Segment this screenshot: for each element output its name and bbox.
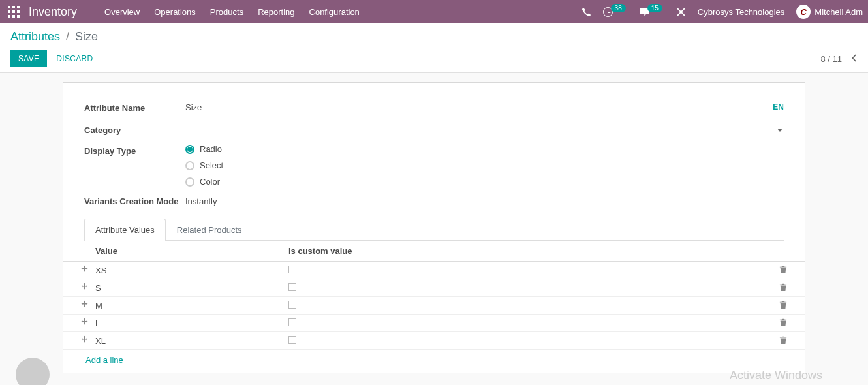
table-row[interactable]: L	[63, 315, 805, 332]
radio-label: Color	[200, 177, 220, 187]
nav-products[interactable]: Products	[210, 7, 243, 17]
checkbox[interactable]	[288, 301, 296, 309]
apps-icon[interactable]	[8, 6, 20, 18]
cell-value[interactable]: XL	[95, 336, 288, 346]
cell-custom	[288, 301, 771, 311]
category-select[interactable]	[185, 123, 784, 136]
radio-option-select[interactable]: Select	[185, 161, 784, 170]
checkbox[interactable]	[288, 318, 296, 326]
messages-icon[interactable]: 15	[640, 7, 664, 17]
label-display-type: Display Type	[84, 144, 185, 156]
cell-custom	[288, 336, 771, 346]
delete-icon[interactable]	[771, 318, 795, 329]
add-line-link[interactable]: Add a line	[63, 350, 805, 373]
table-row[interactable]: S	[63, 279, 805, 297]
cell-value[interactable]: M	[95, 301, 288, 311]
topbar: Inventory Overview Operations Products R…	[0, 0, 868, 23]
activity-icon[interactable]: 38	[603, 7, 628, 17]
svg-rect-5	[17, 10, 20, 13]
col-header-value[interactable]: Value	[95, 246, 288, 256]
svg-rect-6	[8, 15, 10, 18]
user-menu[interactable]: C Mitchell Adm	[796, 5, 863, 19]
chevron-left-icon[interactable]	[851, 54, 858, 65]
radio-label: Select	[200, 161, 223, 170]
nav-menu: Overview Operations Products Reporting C…	[104, 7, 360, 17]
nav-reporting[interactable]: Reporting	[258, 7, 294, 17]
tab-attribute-values[interactable]: Attribute Values	[84, 219, 166, 241]
table-row[interactable]: M	[63, 297, 805, 315]
radio-dot-icon	[185, 145, 194, 154]
svg-rect-2	[17, 6, 20, 8]
label-attribute-name: Attribute Name	[84, 101, 185, 113]
drag-handle-icon[interactable]	[73, 265, 95, 275]
svg-rect-7	[12, 15, 15, 18]
checkbox[interactable]	[288, 336, 296, 344]
control-bar: Attributes / Size SAVE DISCARD 8 / 11	[0, 23, 868, 73]
label-category: Category	[84, 123, 185, 135]
nav-configuration[interactable]: Configuration	[309, 7, 360, 17]
delete-icon[interactable]	[771, 283, 795, 294]
radio-option-color[interactable]: Color	[185, 177, 784, 187]
nav-operations[interactable]: Operations	[154, 7, 196, 17]
radio-dot-icon	[185, 161, 194, 170]
cell-value[interactable]: S	[95, 283, 288, 293]
col-header-custom[interactable]: Is custom value	[288, 246, 771, 256]
close-icon[interactable]	[676, 7, 686, 17]
table-row[interactable]: XL	[63, 332, 805, 350]
cell-custom	[288, 318, 771, 328]
avatar: C	[796, 5, 811, 19]
drag-handle-icon[interactable]	[73, 318, 95, 328]
checkbox[interactable]	[288, 283, 296, 291]
breadcrumb: Attributes / Size	[10, 30, 858, 44]
user-name: Mitchell Adm	[814, 7, 863, 17]
phone-icon[interactable]	[581, 7, 591, 17]
table-header: Value Is custom value	[63, 241, 805, 262]
delete-icon[interactable]	[771, 300, 795, 311]
attribute-name-input[interactable]	[185, 101, 784, 116]
breadcrumb-separator: /	[66, 30, 69, 43]
delete-icon[interactable]	[771, 335, 795, 346]
drag-handle-icon[interactable]	[73, 300, 95, 311]
breadcrumb-parent[interactable]: Attributes	[10, 30, 60, 43]
table-row[interactable]: XS	[63, 262, 805, 279]
delete-icon[interactable]	[771, 265, 795, 276]
discard-button[interactable]: DISCARD	[56, 54, 93, 63]
cell-value[interactable]: XS	[95, 266, 288, 275]
breadcrumb-current: Size	[75, 30, 98, 43]
activity-badge: 38	[611, 4, 626, 12]
checkbox[interactable]	[288, 266, 296, 273]
lang-tag[interactable]: EN	[773, 102, 784, 112]
company-name[interactable]: Cybrosys Technologies	[698, 7, 784, 17]
drag-handle-icon[interactable]	[73, 283, 95, 293]
pager: 8 / 11	[820, 54, 858, 65]
svg-rect-3	[8, 10, 10, 13]
tab-related-products[interactable]: Related Products	[166, 219, 253, 241]
svg-rect-4	[12, 10, 15, 13]
cell-value[interactable]: L	[95, 318, 288, 328]
cell-custom	[288, 266, 771, 275]
svg-rect-8	[17, 15, 20, 18]
variants-mode-value: Instantly	[185, 194, 784, 206]
radio-option-radio[interactable]: Radio	[185, 144, 784, 154]
radio-dot-icon	[185, 177, 194, 187]
drag-handle-icon[interactable]	[73, 335, 95, 346]
form-sheet: Attribute Name EN Category Display Type	[63, 82, 805, 373]
messages-badge: 15	[647, 4, 662, 12]
radio-label: Radio	[200, 144, 222, 154]
app-title[interactable]: Inventory	[29, 5, 77, 19]
pager-position: 8 / 11	[820, 54, 842, 64]
svg-rect-0	[8, 6, 10, 8]
label-variants-mode: Variants Creation Mode	[84, 194, 185, 206]
cell-custom	[288, 283, 771, 293]
svg-rect-1	[12, 6, 15, 8]
nav-overview[interactable]: Overview	[104, 7, 140, 17]
save-button[interactable]: SAVE	[10, 50, 47, 67]
